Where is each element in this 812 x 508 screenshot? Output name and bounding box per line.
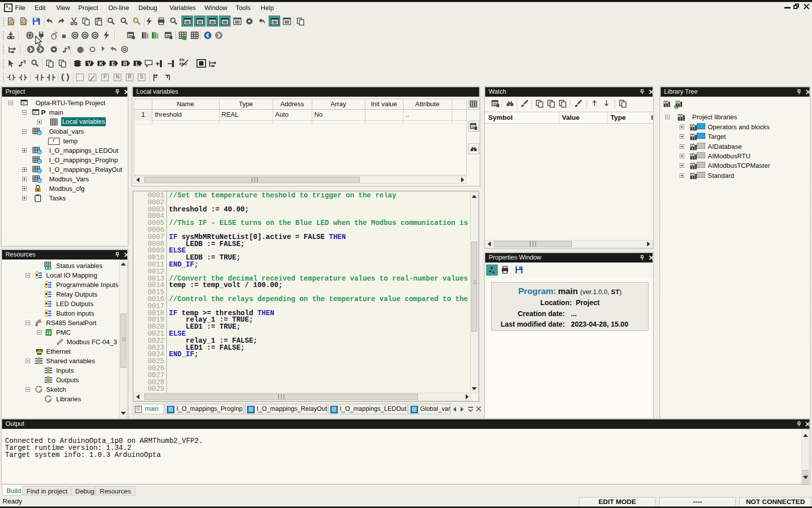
svg-text:K: K bbox=[99, 61, 103, 67]
svg-text:R: R bbox=[123, 61, 127, 67]
svg-text:E: E bbox=[111, 61, 115, 67]
svg-text:L: L bbox=[136, 61, 139, 67]
svg-text:V: V bbox=[87, 61, 91, 67]
